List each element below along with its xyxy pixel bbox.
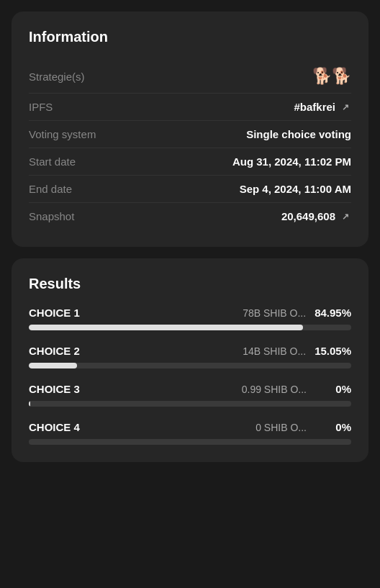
ipfs-external-link-icon: ↗ (340, 101, 351, 113)
choice3-label: CHOICE 3 (29, 383, 80, 395)
end-date-label: End date (29, 183, 72, 195)
choice4-label: CHOICE 4 (29, 421, 80, 433)
choice1-item: CHOICE 1 78B SHIB O... 84.95% (29, 307, 351, 330)
snapshot-row: Snapshot 20,649,608 ↗ (29, 203, 351, 230)
choice4-stats: 0 SHIB O... 0% (255, 421, 351, 433)
results-card: Results CHOICE 1 78B SHIB O... 84.95% CH… (12, 258, 368, 462)
choice2-stats: 14B SHIB O... 15.05% (243, 345, 351, 357)
choice3-progress-fill (29, 401, 30, 407)
choice2-progress-container (29, 363, 351, 368)
choice4-progress-container (29, 439, 351, 445)
strategy-icons: 🐕🐕 (312, 67, 351, 86)
snapshot-label: Snapshot (29, 210, 74, 222)
choice4-header: CHOICE 4 0 SHIB O... 0% (29, 421, 351, 433)
voting-system-value: Single choice voting (246, 128, 351, 140)
choice1-percent: 84.95% (315, 307, 351, 319)
ipfs-hash: #bafkrei (294, 101, 335, 113)
choice1-amount: 78B SHIB O... (243, 307, 306, 319)
choice3-amount: 0.99 SHIB O... (242, 384, 307, 395)
ipfs-label: IPFS (29, 101, 53, 113)
snapshot-number: 20,649,608 (281, 210, 335, 222)
start-date-label: Start date (29, 155, 76, 168)
information-card: Information Strategie(s) 🐕🐕 IPFS #bafkre… (12, 12, 368, 247)
choice4-percent: 0% (315, 421, 351, 433)
choice3-item: CHOICE 3 0.99 SHIB O... 0% (29, 383, 351, 407)
start-date-value: Aug 31, 2024, 11:02 PM (232, 155, 351, 168)
voting-system-row: Voting system Single choice voting (29, 121, 351, 148)
snapshot-value[interactable]: 20,649,608 ↗ (281, 210, 351, 222)
choice3-header: CHOICE 3 0.99 SHIB O... 0% (29, 383, 351, 395)
end-date-row: End date Sep 4, 2024, 11:00 AM (29, 176, 351, 203)
choice2-amount: 14B SHIB O... (243, 345, 306, 357)
choice2-label: CHOICE 2 (29, 345, 80, 357)
strategies-label: Strategie(s) (29, 71, 85, 83)
choice1-stats: 78B SHIB O... 84.95% (243, 307, 351, 319)
choice1-header: CHOICE 1 78B SHIB O... 84.95% (29, 307, 351, 319)
voting-system-label: Voting system (29, 128, 96, 140)
choice2-progress-fill (29, 363, 77, 368)
choice3-progress-container (29, 401, 351, 407)
choice4-amount: 0 SHIB O... (255, 422, 307, 433)
strategies-value: 🐕🐕 (312, 67, 351, 86)
choice1-label: CHOICE 1 (29, 307, 80, 319)
information-title: Information (29, 29, 351, 45)
ipfs-row: IPFS #bafkrei ↗ (29, 94, 351, 121)
start-date-row: Start date Aug 31, 2024, 11:02 PM (29, 148, 351, 176)
choice1-progress-fill (29, 325, 303, 330)
strategies-row: Strategie(s) 🐕🐕 (29, 60, 351, 94)
choice2-header: CHOICE 2 14B SHIB O... 15.05% (29, 345, 351, 357)
ipfs-value[interactable]: #bafkrei ↗ (294, 101, 351, 113)
choice2-percent: 15.05% (315, 345, 351, 357)
end-date-value: Sep 4, 2024, 11:00 AM (240, 183, 351, 195)
snapshot-external-link-icon: ↗ (340, 211, 351, 222)
results-title: Results (29, 276, 351, 292)
choice4-item: CHOICE 4 0 SHIB O... 0% (29, 421, 351, 445)
choice1-progress-container (29, 325, 351, 330)
choice2-item: CHOICE 2 14B SHIB O... 15.05% (29, 345, 351, 368)
choice3-percent: 0% (315, 383, 351, 395)
choice3-stats: 0.99 SHIB O... 0% (242, 383, 351, 395)
